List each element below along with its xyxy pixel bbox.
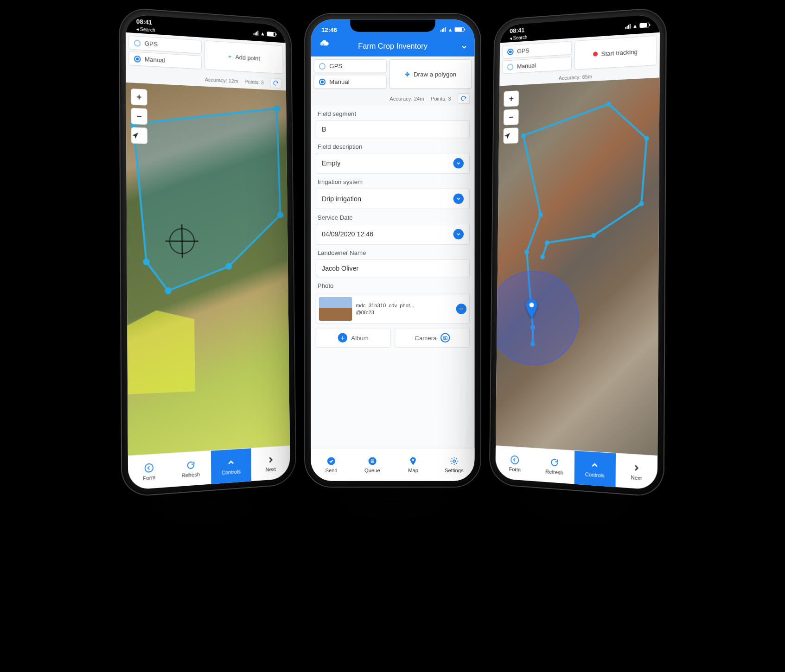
chevron-down-icon	[460, 43, 467, 51]
zoom-out-button[interactable]: −	[131, 108, 147, 125]
field-segment-input[interactable]: B	[315, 120, 470, 139]
landowner-label: Landowner Name	[311, 245, 474, 260]
gis-cloud-logo-icon: GiS	[317, 39, 330, 48]
manual-label: Manual	[517, 62, 536, 70]
wifi-icon: ▲	[447, 27, 453, 32]
svg-point-6	[143, 259, 150, 266]
photo-item[interactable]: mdc_31b310_cdv_phot...@08:23 −	[315, 294, 470, 324]
svg-point-24	[545, 241, 549, 245]
back-search[interactable]: ◂ Search	[510, 35, 527, 41]
tab-form[interactable]: Form	[495, 446, 535, 481]
radio-icon	[134, 55, 140, 62]
field-description-select[interactable]: Empty	[315, 153, 470, 174]
chevron-down-icon	[453, 194, 463, 204]
svg-point-10	[444, 337, 446, 339]
accuracy-text: Accuracy: 12m	[204, 76, 238, 84]
check-circle-icon	[326, 456, 336, 466]
tab-settings[interactable]: Settings	[434, 448, 474, 481]
list-circle-icon	[367, 456, 377, 466]
landowner-input[interactable]: Jacob Oliver	[315, 259, 470, 277]
manual-toggle[interactable]: Manual	[128, 51, 201, 70]
camera-icon	[440, 333, 449, 342]
zoom-out-button[interactable]: −	[503, 109, 518, 125]
undo-button[interactable]	[457, 93, 470, 103]
undo-button[interactable]	[270, 78, 281, 89]
app-header: GiS Farm Crop Inventory	[311, 38, 474, 57]
tab-form[interactable]: Form	[128, 453, 170, 490]
add-point-button[interactable]: + Add point	[204, 40, 283, 74]
gps-label: GPS	[329, 63, 342, 70]
tab-refresh[interactable]: Refresh	[170, 451, 211, 487]
gps-toggle[interactable]: GPS	[313, 59, 386, 73]
field-segment-label: Field segment	[311, 106, 474, 120]
tab-queue[interactable]: Queue	[351, 448, 392, 481]
back-search[interactable]: ◂ Search	[136, 26, 155, 33]
start-tracking-button[interactable]: Start tracking	[574, 35, 657, 70]
header-title: Farm Crop Inventory	[358, 42, 428, 50]
form-body[interactable]: Field segment B Field description Empty …	[311, 106, 474, 448]
signal-icon	[253, 31, 258, 36]
plus-icon: +	[338, 333, 347, 342]
tab-next[interactable]: Next	[615, 453, 657, 490]
zoom-in-button[interactable]: +	[131, 89, 147, 106]
svg-point-7	[145, 463, 153, 472]
map-view[interactable]: + −	[126, 82, 289, 456]
points-text: Points: 3	[244, 79, 264, 85]
accuracy-text: Accuracy: 65m	[558, 74, 592, 81]
chevron-down-icon	[453, 158, 463, 168]
gear-icon	[449, 456, 459, 466]
gps-label: GPS	[517, 47, 530, 55]
draw-polygon-button[interactable]: ✥ Draw a polygon	[389, 59, 472, 89]
camera-button[interactable]: Camera	[395, 328, 470, 348]
wifi-icon: ▲	[260, 31, 265, 37]
gps-label: GPS	[144, 40, 157, 48]
svg-point-18	[538, 212, 543, 217]
album-button[interactable]: + Album	[315, 328, 390, 348]
signal-icon	[625, 24, 630, 29]
irrigation-label: Irrigation system	[311, 174, 474, 189]
tab-refresh[interactable]: Refresh	[534, 448, 574, 484]
tab-next[interactable]: Next	[251, 446, 290, 481]
tab-map[interactable]: Map	[393, 448, 434, 481]
status-icons: ▲	[253, 30, 275, 37]
svg-point-17	[524, 250, 529, 254]
zoom-in-button[interactable]: +	[504, 90, 519, 107]
svg-point-27	[511, 456, 518, 464]
refresh-icon	[549, 457, 559, 468]
chevron-up-icon	[589, 459, 600, 471]
svg-text:GiS: GiS	[319, 43, 324, 46]
tab-send[interactable]: Send	[311, 448, 351, 481]
locate-button[interactable]	[131, 127, 147, 144]
battery-icon	[267, 32, 275, 37]
metrics-bar: Accuracy: 24m Points: 3	[311, 91, 474, 106]
signal-icon	[440, 27, 446, 32]
polygon-overlay	[126, 82, 289, 394]
svg-point-14	[453, 460, 455, 462]
remove-photo-button[interactable]: −	[456, 304, 466, 314]
locate-icon	[504, 132, 511, 139]
crosshair-icon	[169, 228, 194, 254]
service-date-select[interactable]: 04/09/2020 12:46	[315, 224, 470, 245]
manual-toggle[interactable]: Manual	[502, 57, 572, 74]
svg-point-25	[540, 254, 545, 259]
wifi-icon: ▲	[632, 23, 638, 29]
tab-controls[interactable]: Controls	[211, 448, 251, 484]
gps-toggle[interactable]: GPS	[128, 35, 201, 54]
manual-toggle[interactable]: Manual	[313, 75, 386, 89]
phone-left: 08:41 ◂ Search ▲ GPS Manual	[120, 8, 295, 496]
header-dropdown[interactable]	[460, 43, 467, 51]
chevron-right-icon	[631, 462, 641, 474]
battery-icon	[454, 27, 464, 32]
gps-toggle[interactable]: GPS	[502, 41, 571, 58]
locate-button[interactable]	[503, 127, 518, 144]
irrigation-select[interactable]: Drip irrigation	[315, 188, 470, 209]
chevron-down-icon	[453, 229, 463, 239]
phone-middle: 12:46 ▲ GiS Farm Crop Inventory GPS	[305, 14, 480, 487]
radio-icon	[134, 39, 140, 46]
back-circle-icon	[144, 462, 154, 474]
undo-icon	[460, 95, 466, 101]
tab-controls[interactable]: Controls	[574, 451, 615, 487]
phone-right: 08:41 ◂ Search ▲ GPS Manual	[490, 8, 665, 496]
svg-rect-9	[443, 336, 447, 339]
map-view[interactable]: + −	[495, 77, 659, 455]
